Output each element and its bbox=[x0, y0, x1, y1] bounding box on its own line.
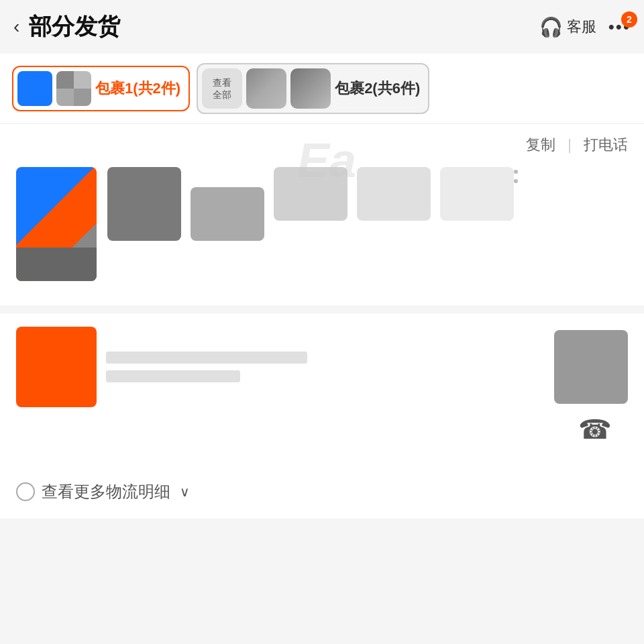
product-thumb-4 bbox=[357, 167, 431, 221]
customer-service-button[interactable]: 🎧 客服 bbox=[539, 16, 596, 38]
customer-service-label: 客服 bbox=[567, 17, 596, 37]
second-item-text bbox=[106, 352, 545, 382]
view-all-button[interactable]: 查看 全部 bbox=[202, 68, 242, 109]
package2-group[interactable]: 查看 全部 包裹2(共6件) bbox=[197, 63, 429, 114]
redacted-text-2 bbox=[106, 370, 240, 382]
second-item-section: ☎ bbox=[0, 313, 644, 465]
package2-label: 包裹2(共6件) bbox=[335, 78, 420, 99]
chevron-down-icon: ∨ bbox=[180, 484, 190, 500]
notification-badge: 2 bbox=[621, 11, 637, 28]
redacted-text-1 bbox=[106, 352, 307, 364]
headphone-icon: 🎧 bbox=[539, 16, 563, 38]
package1-label: 包裹1(共2件) bbox=[95, 78, 180, 99]
product-thumb-5 bbox=[440, 167, 514, 221]
package2-thumb1 bbox=[246, 68, 286, 109]
section-separator bbox=[0, 305, 644, 313]
package1-group[interactable]: 包裹1(共2件) bbox=[12, 66, 190, 111]
header: ‹ 部分发货 🎧 客服 ••• 2 bbox=[0, 0, 644, 54]
package1-thumb2 bbox=[56, 71, 91, 106]
product-thumb-1 bbox=[107, 167, 181, 241]
package-selector-bar: 包裹1(共2件) 查看 全部 包裹2(共6件) bbox=[0, 54, 644, 124]
scroll-indicators bbox=[514, 167, 523, 186]
product-thumb-3 bbox=[274, 167, 347, 221]
package1-thumb1 bbox=[17, 71, 52, 106]
view-more-logistics-row[interactable]: 查看更多物流明细 ∨ bbox=[0, 465, 644, 519]
scroll-dot-2 bbox=[514, 179, 518, 183]
call-button[interactable]: 打电话 bbox=[584, 135, 628, 155]
phone-icon[interactable]: ☎ bbox=[578, 414, 612, 445]
second-item-row bbox=[16, 327, 628, 407]
back-button[interactable]: ‹ bbox=[13, 16, 19, 38]
phone-icon-area: ☎ bbox=[16, 407, 628, 451]
action-row: 复制 | 打电话 bbox=[0, 124, 644, 160]
divider: | bbox=[568, 136, 572, 154]
view-more-label: 查看更多物流明细 bbox=[42, 481, 170, 502]
main-content: 复制 | 打电话 bbox=[0, 124, 644, 519]
package2-thumb2 bbox=[290, 68, 331, 109]
header-actions: 🎧 客服 ••• 2 bbox=[539, 16, 631, 38]
second-item-thumb bbox=[554, 330, 628, 404]
products-row bbox=[16, 160, 628, 292]
logistics-circle-icon bbox=[16, 482, 35, 501]
product-thumb-2 bbox=[191, 187, 264, 241]
logistics-section: 复制 | 打电话 bbox=[0, 124, 644, 305]
copy-button[interactable]: 复制 bbox=[526, 135, 555, 155]
more-menu-button[interactable]: ••• 2 bbox=[608, 17, 631, 38]
second-item-image bbox=[16, 327, 97, 407]
page-title: 部分发货 bbox=[29, 11, 539, 42]
scroll-dot-1 bbox=[514, 170, 518, 174]
product-main-image bbox=[16, 167, 97, 281]
tracking-area bbox=[0, 160, 644, 305]
view-all-label: 查看 全部 bbox=[213, 76, 231, 101]
product-thumbnails bbox=[107, 167, 514, 241]
